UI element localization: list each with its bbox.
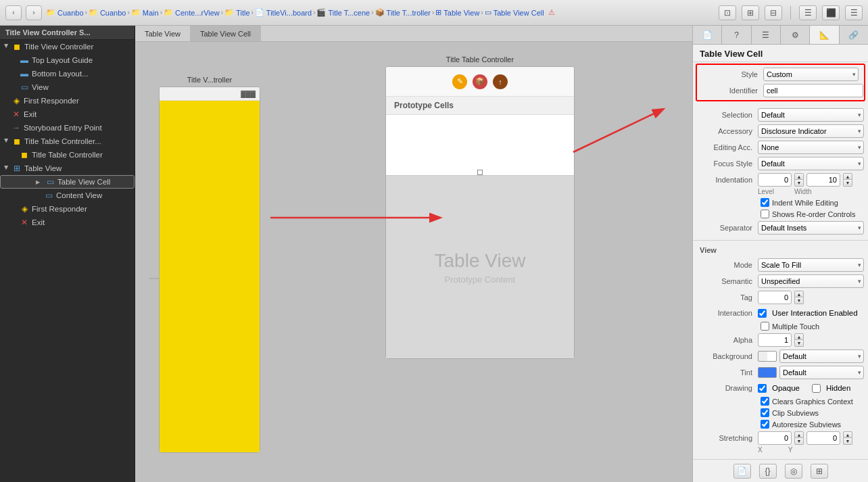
editor-assistant-btn[interactable]: ⊞ bbox=[742, 5, 759, 20]
inspector-tab-quick[interactable]: ? bbox=[722, 26, 751, 44]
breadcrumb-sep-1: › bbox=[85, 9, 87, 16]
sidebar-item-table-controller-group[interactable]: ▶ ◼ Title Table Controller... bbox=[0, 135, 135, 148]
sidebar-item-bottom-layout[interactable]: ▬ Bottom Layout... bbox=[0, 67, 135, 80]
sidebar-item-title-vc-group[interactable]: ▶ ◼ Title View Controller bbox=[0, 40, 135, 53]
toolbar-icon-compose[interactable]: ✎ bbox=[452, 74, 467, 89]
stretching-x-field[interactable] bbox=[758, 431, 792, 445]
sidebar-item-storyboard-entry[interactable]: → Storyboard Entry Point bbox=[0, 121, 135, 135]
breadcrumb-item-5[interactable]: 📁 Title bbox=[224, 8, 249, 17]
inspector-action-grid[interactable]: ⊞ bbox=[811, 464, 828, 479]
clears-graphics-checkbox[interactable] bbox=[761, 397, 769, 406]
indent-while-editing-checkbox[interactable] bbox=[761, 198, 769, 207]
inspector-tab-attributes[interactable]: ⚙ bbox=[781, 26, 810, 44]
triangle-icon: ▶ bbox=[3, 43, 9, 50]
alpha-stepper-down[interactable]: ▼ bbox=[794, 340, 804, 347]
semantic-select[interactable]: Unspecified bbox=[758, 274, 864, 288]
tag-stepper-down[interactable]: ▼ bbox=[794, 297, 804, 304]
sidebar-item-first-responder[interactable]: ◈ First Responder bbox=[0, 94, 135, 107]
sidebar-item-content-view[interactable]: ▭ Content View bbox=[0, 189, 135, 202]
user-interaction-checkbox[interactable] bbox=[758, 309, 767, 318]
autoresize-subviews-checkbox[interactable] bbox=[761, 420, 769, 429]
toolbar-icon-box[interactable]: 📦 bbox=[473, 74, 487, 89]
tab-table-view-cell[interactable]: Table View Cell bbox=[191, 26, 261, 41]
sidebar-item-view[interactable]: ▭ View bbox=[0, 80, 135, 94]
breadcrumb-item-3[interactable]: 📁 Main bbox=[131, 8, 159, 17]
selection-select-wrapper: Default bbox=[758, 108, 864, 122]
canvas-area[interactable]: http://blog.csdn.net/taoerit Title bbox=[135, 42, 692, 482]
inspector-action-code[interactable]: {} bbox=[759, 464, 777, 479]
tag-stepper-up[interactable]: ▲ bbox=[794, 291, 804, 297]
main-toolbar: ‹ › 📁 Cuanbo › 📁 Cuanbo › 📁 Main › 📁 Cen… bbox=[0, 0, 868, 26]
editor-standard-btn[interactable]: ⊡ bbox=[719, 5, 736, 20]
breadcrumb-item-tableview[interactable]: ⊞ Table View bbox=[435, 8, 479, 17]
stretching-y-field[interactable] bbox=[806, 431, 840, 445]
tag-field[interactable] bbox=[758, 291, 792, 304]
forward-button[interactable]: › bbox=[26, 5, 42, 20]
breadcrumb-item-7[interactable]: 🎬 Title T...cene bbox=[316, 8, 370, 17]
opaque-checkbox[interactable] bbox=[758, 384, 767, 393]
breadcrumb-item-2[interactable]: 📁 Cuanbo bbox=[89, 8, 126, 17]
focus-style-select[interactable]: Default bbox=[758, 157, 864, 170]
shows-reorder-checkbox[interactable] bbox=[761, 210, 769, 218]
tint-swatch[interactable] bbox=[758, 367, 777, 378]
multiple-touch-checkbox[interactable] bbox=[761, 322, 769, 331]
drawing-control: Opaque Hidden bbox=[758, 384, 864, 393]
hidden-checkbox[interactable] bbox=[812, 384, 821, 393]
background-select[interactable]: Default bbox=[779, 350, 864, 363]
indentation-control: ▲ ▼ ▲ ▼ bbox=[758, 173, 864, 187]
breadcrumb-item-6[interactable]: 📄 TitleVi...board bbox=[255, 8, 312, 17]
sidebar-item-exit[interactable]: ✕ Exit bbox=[0, 107, 135, 121]
inspector-toggle-btn[interactable]: ☰ bbox=[845, 5, 863, 20]
width-stepper-up[interactable]: ▲ bbox=[843, 173, 852, 180]
sx-stepper-up[interactable]: ▲ bbox=[794, 431, 804, 438]
indentation-level-field[interactable] bbox=[758, 173, 792, 187]
background-swatch[interactable] bbox=[758, 351, 777, 362]
accessory-select[interactable]: Disclosure Indicator bbox=[758, 124, 864, 138]
level-stepper-up[interactable]: ▲ bbox=[794, 173, 804, 180]
toolbar-icon-share[interactable]: ↑ bbox=[493, 74, 508, 89]
sidebar-item-top-layout[interactable]: ▬ Top Layout Guide bbox=[0, 53, 135, 67]
selection-select[interactable]: Default bbox=[758, 108, 864, 122]
inspector-tab-identity[interactable]: ☰ bbox=[752, 26, 781, 44]
level-stepper-down[interactable]: ▼ bbox=[794, 180, 804, 187]
inspector-action-file[interactable]: 📄 bbox=[733, 464, 751, 479]
sidebar-item-table-view-cell[interactable]: ▶ ▭ Table View Cell bbox=[0, 175, 135, 189]
sidebar-item-exit-2[interactable]: ✕ Exit bbox=[0, 216, 135, 229]
inspector-tab-size[interactable]: 📐 bbox=[810, 26, 839, 44]
breadcrumb-item-1[interactable]: 📁 Cuanbo bbox=[46, 8, 84, 17]
sy-stepper-up[interactable]: ▲ bbox=[843, 431, 852, 438]
inspector-tab-file[interactable]: 📄 bbox=[693, 26, 722, 44]
separator-select[interactable]: Default Insets bbox=[758, 221, 864, 235]
stretching-label: Stretching bbox=[697, 434, 758, 442]
sx-stepper-down[interactable]: ▼ bbox=[794, 438, 804, 445]
sy-stepper-down[interactable]: ▼ bbox=[843, 438, 852, 445]
mode-select[interactable]: Scale To Fill bbox=[758, 258, 864, 272]
separator-row: Separator Default Insets bbox=[693, 220, 868, 236]
breadcrumb-sep-9: › bbox=[481, 9, 483, 16]
inspector-action-circle[interactable]: ◎ bbox=[785, 464, 802, 479]
identifier-field[interactable] bbox=[763, 84, 863, 97]
breadcrumb-item-8[interactable]: 📦 Title T...troller bbox=[375, 8, 431, 17]
alpha-stepper-up[interactable]: ▲ bbox=[794, 333, 804, 340]
debug-toggle-btn[interactable]: ⬛ bbox=[822, 5, 840, 20]
sidebar-item-storyboard-entry-label: Storyboard Entry Point bbox=[24, 124, 102, 132]
style-select[interactable]: Custom bbox=[763, 68, 859, 81]
sidebar-item-title-table-controller[interactable]: ◼ Title Table Controller bbox=[0, 148, 135, 162]
width-stepper-down[interactable]: ▼ bbox=[843, 180, 852, 187]
sidebar-item-first-responder-2[interactable]: ◈ First Responder bbox=[0, 202, 135, 216]
tint-control: Default bbox=[758, 366, 864, 379]
breadcrumb-item-cell[interactable]: ▭ Table View Cell bbox=[485, 8, 544, 17]
editing-acc-select[interactable]: None bbox=[758, 141, 864, 154]
tint-select[interactable]: Default bbox=[779, 366, 864, 379]
inspector-tab-connections[interactable]: 🔗 bbox=[840, 26, 868, 44]
editor-version-btn[interactable]: ⊟ bbox=[765, 5, 782, 20]
clip-subviews-checkbox[interactable] bbox=[761, 408, 769, 417]
tab-table-view[interactable]: Table View bbox=[135, 26, 191, 41]
back-button[interactable]: ‹ bbox=[5, 5, 22, 20]
navigator-toggle-btn[interactable]: ☰ bbox=[799, 5, 817, 20]
tv-icon-nav: ⊞ bbox=[11, 164, 22, 173]
breadcrumb-item-4[interactable]: 📁 Cente...rView bbox=[164, 8, 220, 17]
sidebar-item-table-view-group[interactable]: ▶ ⊞ Table View bbox=[0, 162, 135, 175]
alpha-field[interactable] bbox=[758, 333, 792, 347]
indentation-width-field[interactable] bbox=[806, 173, 840, 187]
